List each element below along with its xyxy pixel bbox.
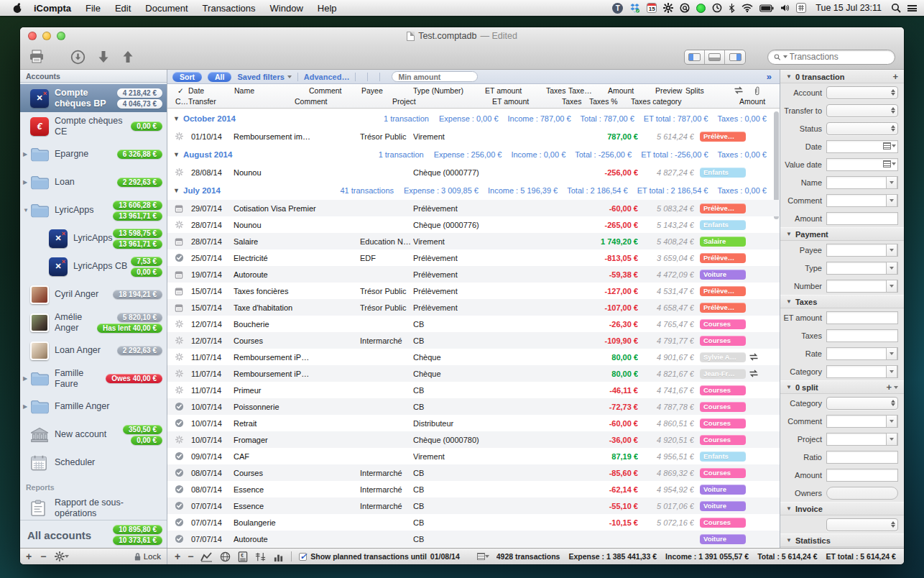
combo-arrow[interactable]: [886, 365, 897, 378]
column-header[interactable]: Transfer: [188, 97, 216, 106]
status-cleared-icon[interactable]: [175, 464, 188, 481]
status-pending-icon[interactable]: [175, 216, 188, 233]
add-account-button[interactable]: +: [26, 551, 32, 561]
sidebar-account-item[interactable]: € Compte chèques CE 0,00 €: [20, 112, 167, 140]
transaction-row[interactable]: 19/07/14 Autoroute Prélèvement -59,38 € …: [167, 266, 780, 283]
column-header[interactable]: Taxes %: [589, 97, 618, 106]
toggle-bottombar-segment[interactable]: [705, 50, 725, 64]
transaction-row[interactable]: 15/07/14 Taxe d'habitation Trésor Public…: [167, 299, 780, 316]
move-up-button[interactable]: [121, 50, 134, 64]
disclosure-triangle[interactable]: ▼: [173, 187, 183, 194]
select-control[interactable]: [826, 397, 898, 410]
owners-field[interactable]: [826, 487, 898, 500]
transaction-row[interactable]: 12/07/14 Courses Intermarché CB -109,90 …: [167, 332, 780, 349]
sidebar-account-item[interactable]: New account 350,50 €0,00 €: [20, 421, 167, 449]
status-pending-icon[interactable]: [175, 128, 188, 144]
chart-view-button[interactable]: [200, 551, 213, 562]
transaction-row[interactable]: 11/07/14 Remboursement iP… Chèque 80,00 …: [167, 365, 780, 382]
column-header[interactable]: Taxes: [546, 86, 565, 95]
stepper-arrows[interactable]: [891, 123, 895, 134]
disclosure-triangle[interactable]: ▶: [23, 151, 30, 157]
combo-arrow[interactable]: [886, 262, 897, 275]
inspector-section-header[interactable]: ▼ Statistics: [780, 533, 904, 547]
add-transaction-button[interactable]: +: [175, 551, 180, 561]
text-field[interactable]: [826, 212, 898, 225]
column-header[interactable]: C…: [175, 97, 188, 106]
minimize-window-button[interactable]: [42, 32, 51, 40]
stepper-arrows[interactable]: [891, 87, 895, 98]
battery-menubar-icon[interactable]: [759, 4, 774, 12]
status-pending-icon[interactable]: [175, 332, 188, 349]
lock-button[interactable]: Lock: [134, 552, 161, 561]
menu-file[interactable]: File: [86, 3, 101, 14]
transaction-row[interactable]: 29/07/14 Cotisation Visa Premier Prélève…: [167, 200, 780, 216]
search-field[interactable]: [767, 50, 895, 65]
spotlight-icon[interactable]: [891, 3, 901, 13]
more-filters-chevron[interactable]: »: [767, 71, 775, 82]
text-input[interactable]: [827, 312, 897, 324]
combo-arrow[interactable]: [886, 433, 897, 446]
transaction-row[interactable]: 28/07/14 Nounou Chèque (0000776) -265,00…: [167, 216, 780, 233]
sort-button[interactable]: Sort: [172, 72, 202, 82]
stepper-arrows[interactable]: [891, 105, 895, 116]
status-planned-icon[interactable]: [175, 299, 188, 316]
calendar-day-menubar-icon[interactable]: 15: [647, 3, 657, 13]
month-group-header[interactable]: ▼ August 2014 1 transaction Expense : 25…: [167, 144, 780, 164]
status-planned-icon[interactable]: [175, 233, 188, 249]
search-scope-arrow[interactable]: [783, 55, 787, 60]
menu-edit[interactable]: Edit: [115, 3, 131, 14]
fantastical-menubar-icon[interactable]: [796, 3, 806, 13]
month-group-header[interactable]: ▼ July 2014 41 transactions Expense : 3 …: [167, 180, 780, 200]
sidebar-account-item[interactable]: Scheduler: [20, 449, 167, 477]
disclosure-triangle[interactable]: ▼: [23, 207, 30, 214]
column-header[interactable]: ✓: [177, 86, 184, 95]
column-header[interactable]: Amount: [608, 86, 634, 95]
text-input[interactable]: [827, 469, 897, 481]
text-field[interactable]: [826, 329, 898, 342]
combo-field[interactable]: [826, 433, 898, 446]
column-header[interactable]: Date: [188, 86, 204, 95]
column-header[interactable]: Taxes category: [631, 97, 682, 106]
combo-field[interactable]: [826, 244, 898, 257]
remove-account-button[interactable]: −: [40, 551, 46, 561]
stepper-arrows[interactable]: [891, 519, 895, 531]
transaction-row[interactable]: 07/07/14 Boulangerie CB -10,15 € 5 072,1…: [167, 514, 780, 531]
balance-view-button[interactable]: [255, 551, 266, 562]
combo-arrow[interactable]: [886, 194, 897, 207]
menu-document[interactable]: Document: [145, 3, 188, 14]
transaction-row[interactable]: 10/07/14 Fromager Chèque (0000780) -36,0…: [167, 431, 780, 448]
column-header[interactable]: ET amount: [485, 86, 522, 95]
status-cleared-icon[interactable]: [175, 481, 188, 497]
sidebar-account-item[interactable]: ▶ Loan 2 292,63 €: [20, 168, 167, 196]
print-button[interactable]: [29, 50, 45, 64]
disclosure-triangle[interactable]: ▼: [173, 115, 183, 122]
transaction-row[interactable]: 08/07/14 Essence Intermarché CB -62,14 €…: [167, 481, 780, 497]
combo-arrow[interactable]: [886, 415, 897, 428]
statistics-view-button[interactable]: [273, 551, 284, 562]
status-cleared-icon[interactable]: [175, 497, 188, 514]
column-header[interactable]: Type (Number): [413, 86, 463, 95]
inspector-section-header[interactable]: ▼ 0 split +: [780, 380, 904, 394]
sidebar-account-item[interactable]: ✕× Compte chèques BP 4 218,42 €4 046,73 …: [20, 84, 167, 112]
zoom-window-button[interactable]: [57, 32, 65, 40]
min-amount-input[interactable]: [392, 71, 478, 82]
active-app-name[interactable]: iCompta: [34, 3, 71, 14]
calendar-picker-icon[interactable]: [883, 160, 896, 168]
text-input[interactable]: [827, 451, 897, 463]
status-planned-icon[interactable]: [175, 200, 188, 216]
all-accounts-row[interactable]: All accounts 10 895,80 €10 373,61 €: [20, 520, 167, 548]
export-button[interactable]: [70, 50, 86, 65]
notification-center-icon[interactable]: [907, 5, 917, 12]
status-pending-icon[interactable]: [175, 164, 188, 180]
status-cleared-icon[interactable]: [175, 249, 188, 266]
date-field[interactable]: [826, 140, 898, 153]
transaction-row[interactable]: 10/07/14 Retrait Distributeur -60,00 € 4…: [167, 415, 780, 431]
map-view-button[interactable]: [220, 551, 231, 562]
status-cleared-icon[interactable]: [175, 514, 188, 531]
status-cleared-icon[interactable]: [175, 415, 188, 431]
menu-help[interactable]: Help: [318, 3, 337, 14]
toggle-sidebar-segment[interactable]: [685, 50, 705, 64]
disclosure-triangle[interactable]: ▶: [23, 179, 30, 185]
status-cleared-icon[interactable]: [175, 398, 188, 415]
text-input[interactable]: [827, 213, 897, 224]
